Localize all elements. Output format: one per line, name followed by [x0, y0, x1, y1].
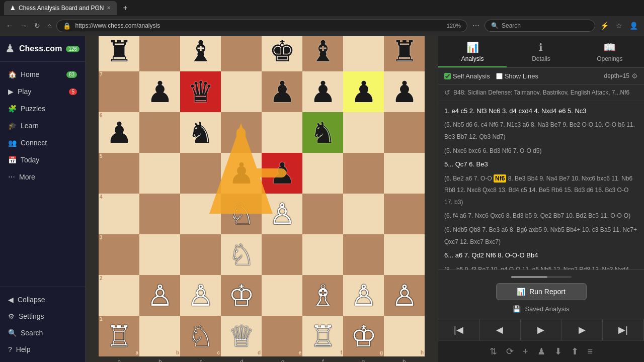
sidebar-item-more[interactable]: ⋯ More	[2, 169, 83, 185]
home-button[interactable]: ⌂	[45, 20, 53, 32]
square-d3[interactable]: ♘	[221, 234, 262, 275]
sidebar-item-connect[interactable]: 👥 Connect	[2, 135, 83, 151]
browser-search-bar[interactable]: 🔍 Search	[485, 20, 595, 32]
self-analysis-checkbox[interactable]	[444, 73, 451, 79]
square-h3[interactable]	[384, 234, 425, 275]
sidebar-item-search[interactable]: 🔍 Search	[2, 325, 83, 341]
square-d7[interactable]	[221, 71, 262, 112]
square-d1[interactable]: d♕	[221, 316, 262, 356]
square-a1[interactable]: 1a♖	[99, 316, 139, 356]
square-g7[interactable]: ♟	[343, 71, 384, 112]
new-tab-button[interactable]: +	[119, 4, 131, 13]
square-g5[interactable]	[343, 153, 384, 194]
square-d4[interactable]: ♘	[221, 194, 262, 234]
square-e3[interactable]	[262, 234, 302, 275]
reset-button[interactable]: ⟳	[505, 345, 515, 358]
first-move-button[interactable]: |◀	[438, 319, 479, 340]
flip-board-button[interactable]: ⇅	[489, 345, 498, 358]
square-a8[interactable]: 8♜	[99, 36, 139, 71]
square-c2[interactable]: ♙	[180, 275, 221, 316]
square-h4[interactable]	[384, 194, 425, 234]
square-g8[interactable]	[343, 36, 384, 71]
saved-analysis-button[interactable]: 💾 Saved Analysis	[513, 305, 569, 313]
square-c1[interactable]: c♘	[180, 316, 221, 356]
square-a2[interactable]: 2	[99, 275, 139, 316]
sidebar-item-settings[interactable]: ⚙ Settings	[2, 308, 83, 324]
tab-openings[interactable]: 📖 Openings	[576, 36, 644, 67]
show-lines-label[interactable]: Show Lines	[496, 72, 538, 80]
square-g4[interactable]	[343, 194, 384, 234]
forward-button[interactable]: →	[18, 20, 29, 32]
bookmark-button[interactable]: ☆	[614, 20, 624, 32]
sidebar-item-collapse[interactable]: ◀ Collapse	[2, 292, 83, 308]
square-f4[interactable]	[302, 194, 343, 234]
square-b3[interactable]	[139, 234, 180, 275]
square-e5[interactable]: ♟	[262, 153, 302, 194]
refresh-button[interactable]: ↻	[32, 20, 42, 32]
square-c7[interactable]: ♛	[180, 71, 221, 112]
square-f2[interactable]: ♗	[302, 275, 343, 316]
square-h2[interactable]: ♙	[384, 275, 425, 316]
next-move-button[interactable]: ▶	[561, 319, 603, 340]
square-f5[interactable]	[302, 153, 343, 194]
tab-details[interactable]: ℹ Details	[507, 36, 575, 67]
share-button[interactable]: ⬆	[570, 345, 580, 358]
square-f8[interactable]: ♝	[302, 36, 343, 71]
tab-analysis[interactable]: 📊 Analysis	[438, 36, 507, 67]
square-f7[interactable]: ♟	[302, 71, 343, 112]
square-c5[interactable]	[180, 153, 221, 194]
square-e1[interactable]: e	[262, 316, 302, 356]
square-d8[interactable]	[221, 36, 262, 71]
profile-button[interactable]: 👤	[627, 20, 640, 32]
sidebar-item-puzzles[interactable]: 🧩 Puzzles	[2, 101, 83, 117]
tab-close-button[interactable]: ✕	[107, 5, 111, 11]
square-f1[interactable]: f♖	[302, 316, 343, 356]
square-b1[interactable]: b	[139, 316, 180, 356]
square-e4[interactable]: ♙	[262, 194, 302, 234]
square-c3[interactable]	[180, 234, 221, 275]
square-c6[interactable]: ♞	[180, 112, 221, 153]
analysis-settings-icon[interactable]: ⚙	[631, 72, 638, 80]
square-b2[interactable]: ♙	[139, 275, 180, 316]
square-h6[interactable]	[384, 112, 425, 153]
sidebar-item-help[interactable]: ? Help	[2, 341, 83, 357]
chess-board[interactable]: 8♜♝♚♝♜7♟♛♟♟♟♟6♟♞♞5♟♟4♘♙3♘2♙♙♔♗♙♙1a♖bc♘d♕…	[99, 36, 425, 356]
analysis-button[interactable]: ♟	[536, 345, 546, 358]
square-a4[interactable]: 4	[99, 194, 139, 234]
more-options-button[interactable]: ⋯	[470, 20, 481, 32]
back-button[interactable]: ←	[4, 20, 15, 32]
last-move-button[interactable]: ▶|	[603, 319, 644, 340]
square-c8[interactable]: ♝	[180, 36, 221, 71]
extensions-button[interactable]: ⚡	[598, 20, 611, 32]
square-h7[interactable]: ♟	[384, 71, 425, 112]
square-g6[interactable]	[343, 112, 384, 153]
square-c4[interactable]	[180, 194, 221, 234]
prev-move-button[interactable]: ◀	[479, 319, 521, 340]
square-g1[interactable]: g♔	[343, 316, 384, 356]
square-e6[interactable]	[262, 112, 302, 153]
square-d2[interactable]: ♔	[221, 275, 262, 316]
square-b6[interactable]	[139, 112, 180, 153]
square-e8[interactable]: ♚	[262, 36, 302, 71]
square-b4[interactable]	[139, 194, 180, 234]
square-h8[interactable]: ♜	[384, 36, 425, 71]
show-lines-checkbox[interactable]	[496, 73, 503, 79]
square-b7[interactable]: ♟	[139, 71, 180, 112]
square-e7[interactable]: ♟	[262, 71, 302, 112]
square-h5[interactable]	[384, 153, 425, 194]
play-button[interactable]: ▶	[521, 319, 562, 340]
square-b8[interactable]	[139, 36, 180, 71]
square-a7[interactable]: 7	[99, 71, 139, 112]
square-f6[interactable]: ♞	[302, 112, 343, 153]
more-tools-button[interactable]: ≡	[587, 345, 594, 358]
sidebar-item-play[interactable]: ▶ Play 5	[2, 83, 83, 100]
download-button[interactable]: ⬇	[553, 345, 563, 358]
square-g3[interactable]	[343, 234, 384, 275]
add-button[interactable]: +	[522, 345, 529, 358]
square-a3[interactable]: 3	[99, 234, 139, 275]
address-bar[interactable]: 🔒 https://www.chess.com/analysis 120%	[56, 20, 467, 32]
sidebar-item-today[interactable]: 📅 Today	[2, 152, 83, 168]
active-tab[interactable]: ♟ Chess Analysis Board and PGN ✕	[4, 1, 117, 15]
square-b5[interactable]	[139, 153, 180, 194]
self-analysis-label[interactable]: Self Analysis	[444, 72, 490, 80]
